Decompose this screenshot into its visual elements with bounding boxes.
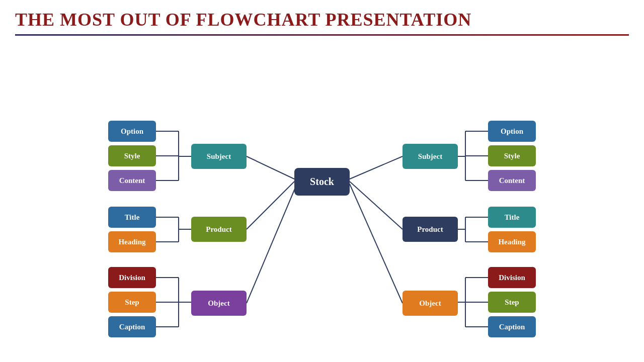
node-subject-left: Subject — [191, 144, 247, 169]
title-red: FLOWCHART PRESENTATION — [196, 10, 471, 30]
node-stock: Stock — [294, 168, 350, 196]
svg-line-5 — [350, 184, 403, 303]
node-caption-right: Caption — [488, 316, 536, 337]
node-object-left: Object — [191, 291, 247, 316]
svg-line-4 — [350, 182, 403, 229]
node-style-left: Style — [108, 145, 156, 166]
node-option-left: Option — [108, 121, 156, 142]
node-product-right: Product — [403, 217, 458, 242]
node-object-right: Object — [403, 291, 458, 316]
chart-area: Stock Subject Product Object Subject Pro… — [0, 36, 644, 347]
node-option-right: Option — [488, 121, 536, 142]
svg-line-1 — [247, 182, 294, 229]
svg-line-2 — [247, 184, 297, 303]
node-caption-left: Caption — [108, 316, 156, 337]
node-title-right: Title — [488, 207, 536, 228]
node-product-left: Product — [191, 217, 247, 242]
node-division-right: Division — [488, 267, 536, 288]
svg-line-0 — [247, 156, 294, 179]
node-division-left: Division — [108, 267, 156, 288]
header: THE MOST OUT OF FLOWCHART PRESENTATION — [0, 0, 644, 34]
node-step-left: Step — [108, 292, 156, 313]
node-heading-left: Heading — [108, 231, 156, 252]
node-subject-right: Subject — [403, 144, 458, 169]
page-title: THE MOST OUT OF FLOWCHART PRESENTATION — [15, 9, 629, 30]
node-content-left: Content — [108, 170, 156, 191]
node-heading-right: Heading — [488, 231, 536, 252]
node-style-right: Style — [488, 145, 536, 166]
title-black: THE MOST OUT OF — [15, 10, 196, 30]
node-title-left: Title — [108, 207, 156, 228]
node-step-right: Step — [488, 292, 536, 313]
svg-line-3 — [350, 156, 403, 179]
node-content-right: Content — [488, 170, 536, 191]
